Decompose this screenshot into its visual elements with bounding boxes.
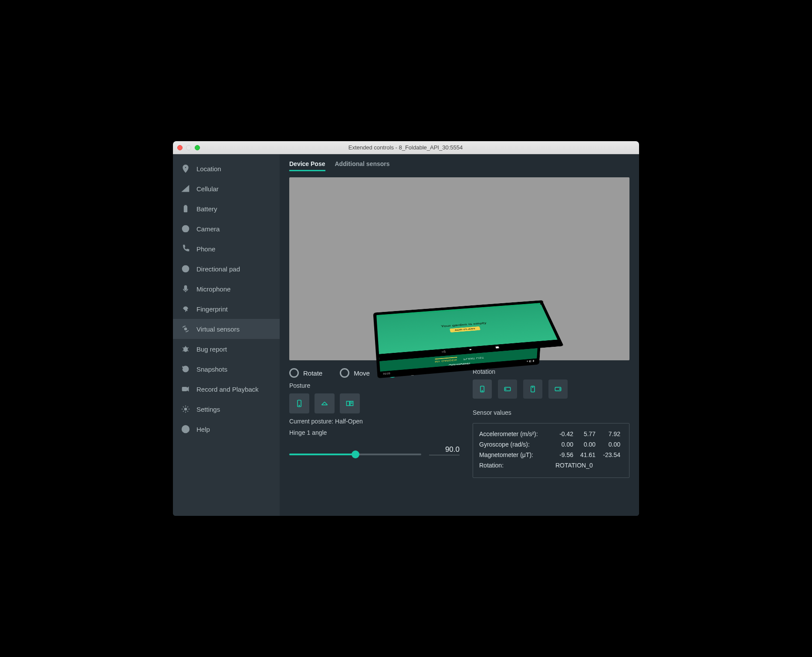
sidebar-item-virtual-sensors[interactable]: Virtual sensors [173, 319, 280, 339]
rotation-portrait-reverse-button[interactable] [523, 379, 542, 399]
help-icon: ? [181, 424, 190, 434]
zoom-icon[interactable] [195, 145, 200, 150]
sidebar-item-battery[interactable]: Battery [173, 199, 280, 219]
sidebar-item-label: Battery [196, 205, 217, 213]
svg-point-26 [559, 389, 560, 389]
sidebar-item-label: Directional pad [196, 265, 240, 273]
sidebar-item-label: Bug report [196, 345, 227, 353]
tab-device-pose[interactable]: Device Pose [289, 160, 325, 171]
phone-icon [181, 244, 190, 254]
svg-point-7 [185, 328, 187, 330]
svg-rect-1 [184, 206, 187, 212]
svg-point-0 [185, 166, 186, 168]
aperture-icon [181, 224, 190, 234]
target-icon [181, 264, 190, 274]
sidebar-item-location[interactable]: Location [173, 159, 280, 179]
svg-rect-2 [185, 206, 186, 207]
tab-additional-sensors[interactable]: Additional sensors [335, 160, 390, 171]
svg-text:?: ? [184, 426, 187, 432]
pin-icon [181, 164, 190, 173]
rotation-portrait-button[interactable] [473, 379, 492, 399]
sidebar-item-bug-report[interactable]: Bug report [173, 339, 280, 359]
window-controls [177, 145, 200, 150]
svg-point-20 [482, 390, 483, 391]
titlebar: Extended controls - 8_Foldable_API_30:55… [173, 141, 639, 154]
sidebar-item-label: Location [196, 165, 221, 173]
window-title: Extended controls - 8_Foldable_API_30:55… [200, 144, 611, 151]
rotation-landscape-right-button[interactable] [548, 379, 568, 399]
sidebar-item-label: Settings [196, 406, 220, 413]
window: Extended controls - 8_Foldable_API_30:55… [173, 141, 639, 516]
sidebar-item-label: Microphone [196, 285, 230, 293]
foldable-device-mock: 10:53▴ ◧ ▮ Sunflower MY GARDEN PLANT LIS… [364, 197, 555, 341]
bug-icon [181, 344, 190, 354]
svg-point-14 [299, 405, 300, 406]
sidebar-item-settings[interactable]: Settings [173, 399, 280, 419]
svg-point-24 [532, 387, 533, 388]
sidebar-item-label: Phone [196, 245, 215, 253]
video-icon [181, 384, 190, 394]
posture-label: Posture [289, 382, 460, 389]
gear-icon [181, 404, 190, 414]
mode-rotate[interactable]: Rotate [289, 368, 322, 378]
fingerprint-icon [181, 304, 190, 314]
svg-point-10 [185, 408, 187, 410]
sidebar-item-help[interactable]: ?Help [173, 419, 280, 439]
close-icon[interactable] [177, 145, 183, 150]
battery-icon [181, 204, 190, 213]
svg-point-5 [184, 268, 187, 271]
posture-open-button[interactable] [340, 393, 360, 413]
sensor-icon [181, 324, 190, 334]
main-panel: Device Pose Additional sensors 10:53▴ ◧ … [280, 154, 639, 516]
minimize-icon[interactable] [186, 145, 191, 150]
sidebar: LocationCellularBatteryCameraPhoneDirect… [173, 154, 280, 516]
sidebar-item-microphone[interactable]: Microphone [173, 279, 280, 299]
posture-half-open-button[interactable] [315, 393, 335, 413]
rotation-landscape-left-button[interactable] [498, 379, 517, 399]
sidebar-item-cellular[interactable]: Cellular [173, 179, 280, 199]
signal-icon [181, 184, 190, 193]
device-preview[interactable]: 10:53▴ ◧ ▮ Sunflower MY GARDEN PLANT LIS… [289, 177, 629, 360]
sidebar-item-camera[interactable]: Camera [173, 219, 280, 239]
sidebar-item-label: Fingerprint [196, 305, 228, 313]
hinge-angle-label: Hinge 1 angle [289, 429, 460, 436]
svg-point-8 [184, 347, 187, 352]
svg-point-22 [505, 389, 506, 389]
hinge-angle-value[interactable]: 90.0 [429, 445, 460, 455]
sidebar-item-fingerprint[interactable]: Fingerprint [173, 299, 280, 319]
sidebar-item-label: Record and Playback [196, 386, 259, 393]
rotation-label: Rotation [473, 368, 629, 375]
svg-rect-6 [185, 286, 187, 290]
sidebar-item-label: Virtual sensors [196, 325, 240, 333]
sidebar-item-label: Help [196, 426, 210, 433]
sidebar-item-label: Cellular [196, 185, 219, 193]
sidebar-item-label: Camera [196, 225, 220, 233]
sensor-values-box: Accelerometer (m/s²):-0.425.777.92Gyrosc… [473, 423, 629, 478]
sidebar-item-phone[interactable]: Phone [173, 239, 280, 259]
sidebar-item-snapshots[interactable]: Snapshots [173, 359, 280, 379]
sidebar-item-directional-pad[interactable]: Directional pad [173, 259, 280, 279]
sidebar-item-record-and-playback[interactable]: Record and Playback [173, 379, 280, 399]
svg-rect-9 [183, 387, 187, 391]
sidebar-item-label: Snapshots [196, 366, 227, 373]
mode-move[interactable]: Move [340, 368, 370, 378]
hinge-angle-slider[interactable] [289, 454, 421, 455]
mic-icon [181, 284, 190, 294]
sensor-values-label: Sensor values [473, 409, 629, 416]
svg-rect-15 [347, 401, 350, 406]
posture-closed-button[interactable] [289, 393, 309, 413]
history-icon [181, 364, 190, 374]
